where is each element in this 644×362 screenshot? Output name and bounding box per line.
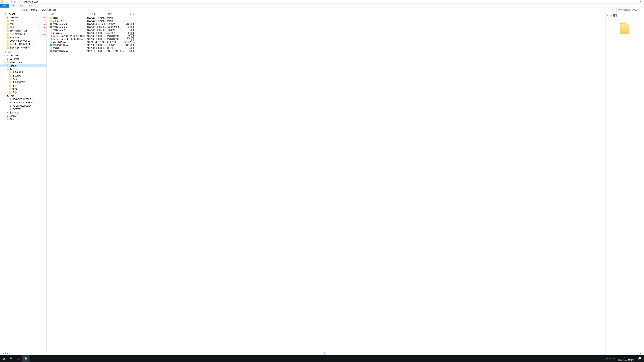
tree-node[interactable]: 视频: [0, 77, 46, 81]
expand-icon[interactable]: >: [3, 55, 5, 56]
navigation-tree[interactable]: ⌄★快速访问🖥Desktop📌下载📌文档📌图片📌excel表格制作求和📌YUNQ…: [0, 12, 46, 352]
tree-icon: [9, 78, 12, 80]
breadcrumb[interactable]: 文档 (E:): [30, 8, 40, 11]
tree-node[interactable]: 拼多多怎么注销账号: [0, 46, 46, 49]
tree-node[interactable]: 🖥回收站: [0, 114, 46, 118]
tree-node[interactable]: 🖥DESKTOP-LSSOEDP: [0, 101, 46, 104]
recent-locations-dropdown[interactable]: ▾: [10, 8, 13, 12]
tree-label: 控制面板: [10, 111, 19, 114]
tray-overflow-icon[interactable]: ˄: [602, 358, 604, 360]
show-desktop-button[interactable]: [643, 355, 644, 362]
thumbnails-view-button[interactable]: ▦: [639, 352, 642, 355]
tree-node[interactable]: 🖥控制面板: [0, 111, 46, 114]
tree-node[interactable]: 图片: [0, 84, 46, 87]
clock[interactable]: 14:40 2020/12/26, 星期六: [616, 356, 635, 361]
tree-node[interactable]: 音乐: [0, 91, 46, 94]
tree-node[interactable]: 下载📌: [0, 19, 46, 22]
tree-node[interactable]: 本机照片: [0, 74, 46, 77]
column-size[interactable]: 大小: [124, 13, 135, 16]
tree-node[interactable]: >Administrator: [0, 61, 46, 64]
qat-dropdown-icon[interactable]: ▾: [17, 0, 20, 3]
refresh-button[interactable]: ⟳: [611, 9, 615, 11]
breadcrumb[interactable]: Win10x64_2020: [41, 9, 57, 11]
tree-node[interactable]: >🖥OneDrive: [0, 54, 46, 57]
expand-icon[interactable]: ⌄: [1, 13, 3, 15]
ime-indicator[interactable]: 中: [610, 357, 612, 360]
tab-share[interactable]: 共享: [18, 4, 26, 7]
tree-node[interactable]: win10重装64位win10: [0, 39, 46, 42]
tree-node[interactable]: Bandicam: [0, 36, 46, 39]
tab-file[interactable]: 文件: [0, 4, 9, 7]
tree-node[interactable]: 软件: [0, 118, 46, 121]
ribbon-collapse-icon[interactable]: ⌄: [634, 4, 640, 7]
column-date[interactable]: 修改日期: [86, 13, 107, 16]
properties-icon[interactable]: ☑: [6, 0, 9, 3]
tree-icon: [9, 84, 12, 87]
chevron-right-icon[interactable]: ›: [29, 9, 29, 11]
file-row[interactable]: Tools2020/12/26, 星期六 1...文件夹: [46, 16, 606, 19]
tree-node[interactable]: 天翼云盘下载: [0, 81, 46, 84]
file-row[interactable]: 硬盘安装教程.html2016/11/21, 星期一 2...360 se HT…: [46, 50, 606, 53]
file-row[interactable]: U盘安装教程2020/12/26, 星期六 1...文件夹: [46, 19, 606, 22]
tree-node[interactable]: ⌄★快速访问: [0, 12, 46, 16]
tree-node[interactable]: 🖥Desktop📌: [0, 16, 46, 19]
column-type[interactable]: 类型: [107, 13, 124, 16]
tree-node[interactable]: ⌄🖧网络: [0, 94, 46, 97]
chevron-down-icon[interactable]: ⌄: [325, 12, 327, 14]
new-folder-icon[interactable]: ✕: [10, 0, 12, 3]
expand-icon[interactable]: ⌄: [3, 95, 5, 97]
expand-icon[interactable]: >: [3, 61, 5, 63]
explorer-taskbar-icon[interactable]: [22, 355, 30, 362]
file-row[interactable]: 光盘说明.TXT2016/10/23, 星期日 0...TXT 文件5 KB: [46, 46, 606, 50]
file-row[interactable]: AUTORUN.INF2015/5/10, 星期日 02...安装信息1 KB: [46, 28, 606, 31]
tree-node[interactable]: 文档📌: [0, 22, 46, 26]
search-button[interactable]: 🔍: [8, 355, 15, 362]
chevron-right-icon[interactable]: ›: [20, 9, 20, 11]
chevron-right-icon[interactable]: ›: [40, 9, 40, 11]
forward-button[interactable]: →: [5, 8, 9, 12]
expand-icon[interactable]: >: [3, 58, 5, 60]
tab-view[interactable]: 查看: [26, 4, 35, 7]
tree-node[interactable]: excel表格制作求和📌: [0, 29, 46, 32]
tree-node[interactable]: 图片📌: [0, 26, 46, 29]
volume-icon[interactable]: 🔊: [605, 358, 608, 360]
expand-icon[interactable]: >: [3, 68, 5, 70]
path-dropdown-icon[interactable]: ⌄: [608, 9, 611, 11]
tree-node[interactable]: >🖥WPS网盘: [0, 57, 46, 61]
breadcrumb[interactable]: 此电脑: [21, 8, 28, 11]
file-row[interactable]: Win10x64.gho2019/9/7, 星期六 19:...GHO 文件3,…: [46, 40, 606, 43]
tray-app-icon[interactable]: ✉: [613, 358, 615, 360]
file-row[interactable]: AUTORUN.EXE2016/1/8, 星期五 04:...应用程序1,926…: [46, 22, 606, 25]
minimize-button[interactable]: ─: [621, 0, 628, 4]
help-icon[interactable]: ?: [640, 4, 644, 7]
tree-node[interactable]: ⌄🖥桌面: [0, 51, 46, 54]
task-view-button[interactable]: ⧉: [15, 355, 22, 362]
tree-icon: [9, 81, 12, 84]
up-button[interactable]: ↑: [14, 8, 18, 12]
delete-icon[interactable]: 🗑: [14, 0, 16, 3]
tree-node[interactable]: >库: [0, 67, 46, 71]
action-center-icon[interactable]: 💬3: [636, 358, 641, 360]
chevron-right-icon[interactable]: ›: [58, 9, 58, 11]
tree-node[interactable]: 🖥PC-20190530OBLA: [0, 104, 46, 108]
file-row[interactable]: AUTORUN.ICO2015/5/10, 星期日 02...ICO 图片文件1…: [46, 25, 606, 28]
column-name[interactable]: 名称: [49, 13, 86, 16]
expand-icon[interactable]: ⌄: [1, 51, 3, 53]
path-box[interactable]: › 此电脑 › 文档 (E:) › Win10x64_2020 › ⌄ ⟳: [18, 8, 616, 12]
maximize-button[interactable]: ▢: [628, 0, 636, 4]
tree-node[interactable]: YUNQISHI2019📌: [0, 32, 46, 36]
start-button[interactable]: ⊞: [0, 355, 8, 362]
tree-node[interactable]: 🖥ZMT2019: [0, 108, 46, 111]
tree-node[interactable]: 保存的图片: [0, 71, 46, 74]
file-row[interactable]: pe_yqs_xp_20_07_31_15_53.iso2020/10/12, …: [46, 37, 606, 40]
tree-node[interactable]: 华为手机时间设置24小时: [0, 42, 46, 46]
file-row[interactable]: 本地硬盘安装.exe2020/10/12, 星期一 1...应用程序28,315…: [46, 43, 606, 46]
tree-node[interactable]: 文档: [0, 87, 46, 91]
search-input[interactable]: 搜索"Win10x64_2020": [616, 8, 643, 12]
back-button[interactable]: ←: [1, 8, 4, 12]
tree-node[interactable]: 🖥此电脑: [0, 64, 46, 67]
tree-node[interactable]: 🖥DESKTOP-HL0PLFL: [0, 97, 46, 101]
details-view-button[interactable]: ≣: [323, 352, 326, 355]
close-button[interactable]: ✕: [636, 0, 644, 4]
tab-home[interactable]: 主页: [9, 4, 18, 7]
